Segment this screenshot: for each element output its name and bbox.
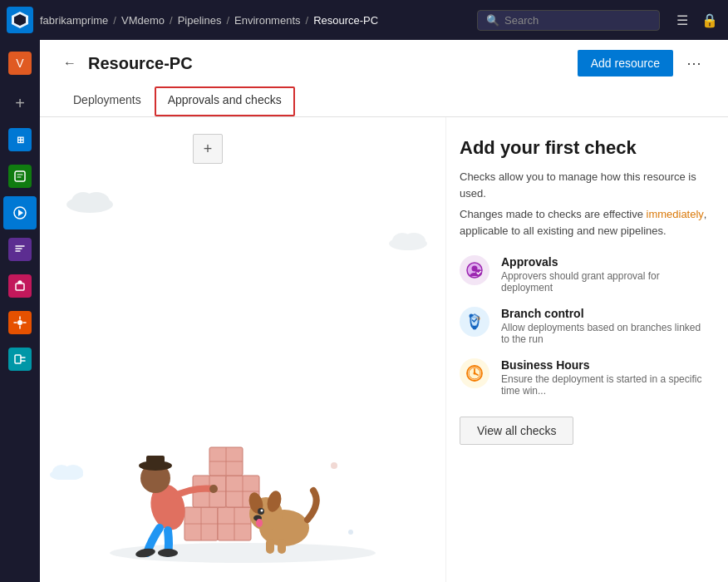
svg-rect-47 [278, 539, 286, 554]
check-item-hours-text: Business Hours Ensure the deployment is … [501, 358, 708, 397]
check-item-approvals[interactable]: Approvals Approvers should grant approva… [460, 255, 708, 293]
sidebar-item-artifacts[interactable] [3, 269, 37, 303]
svg-rect-5 [15, 355, 21, 363]
cloud-decoration-2 [387, 225, 429, 253]
approvals-icon [460, 255, 489, 285]
topbar-icons: ☰ 🔒 [673, 9, 721, 32]
svg-point-37 [158, 549, 178, 557]
hours-name: Business Hours [501, 358, 708, 372]
branch-name: Branch control [501, 307, 708, 320]
branch-desc: Allow deployments based on branches link… [501, 322, 708, 345]
svg-rect-3 [16, 284, 24, 290]
app-logo[interactable] [7, 7, 33, 33]
sidebar-item-extensions[interactable] [3, 306, 37, 339]
page-title-left: ← Resource-PC [60, 52, 193, 74]
add-check-title: Add your first check [460, 137, 708, 159]
svg-point-48 [331, 462, 337, 469]
repos-icon [8, 165, 32, 188]
sidebar-item-settings[interactable] [3, 343, 37, 376]
check-item-branch-text: Branch control Allow deployments based o… [501, 307, 708, 345]
sidebar-item-testplans[interactable] [3, 233, 37, 266]
sidebar-item-repos[interactable] [3, 160, 37, 193]
settings-icon [8, 348, 32, 371]
breadcrumb-pipelines[interactable]: Pipelines [178, 14, 222, 27]
check-item-hours[interactable]: Business Hours Ensure the deployment is … [460, 358, 708, 397]
tab-approvals-checks[interactable]: Approvals and checks [155, 86, 295, 116]
add-icon: + [15, 94, 25, 113]
svg-point-4 [17, 320, 22, 325]
approvals-name: Approvals [501, 255, 708, 269]
view-all-checks-button[interactable]: View all checks [460, 417, 573, 445]
svg-point-11 [402, 233, 425, 249]
check-item-approvals-text: Approvals Approvers should grant approva… [501, 255, 708, 293]
testplans-icon [8, 238, 32, 261]
settings-icon[interactable]: 🔒 [698, 9, 721, 32]
cloud-decoration-3 [48, 458, 86, 482]
svg-rect-46 [266, 539, 274, 554]
back-button[interactable]: ← [60, 52, 80, 74]
extensions-icon [8, 311, 32, 334]
add-resource-button[interactable]: Add resource [578, 50, 673, 76]
pipelines-icon [8, 201, 32, 224]
hours-icon [460, 358, 489, 388]
add-check-button[interactable]: + [193, 134, 223, 164]
illustration-area: + [40, 117, 445, 582]
topbar: fabrikamprime / VMdemo / Pipelines / Env… [0, 0, 728, 40]
highlight-immediately: immediately [647, 208, 704, 220]
tab-deployments[interactable]: Deployments [60, 86, 155, 116]
right-panel: Add your first check Checks allow you to… [445, 117, 728, 582]
svg-point-45 [256, 519, 263, 527]
page-body: + [40, 117, 728, 582]
sidebar-item-pipelines[interactable] [3, 196, 37, 229]
tabs: Deployments Approvals and checks [60, 86, 708, 116]
sidebar-avatar[interactable]: V [3, 47, 37, 80]
page-header: ← Resource-PC Add resource ⋯ Deployments… [40, 40, 728, 117]
boards-icon: ⊞ [8, 128, 32, 151]
more-options-button[interactable]: ⋯ [680, 51, 708, 76]
approvals-desc: Approvers should grant approval for depl… [501, 270, 708, 293]
sidebar: V + ⊞ [0, 40, 40, 582]
avatar: V [8, 52, 32, 75]
branch-icon [460, 307, 489, 337]
svg-point-8 [83, 192, 110, 212]
page-title: Resource-PC [88, 54, 193, 73]
hours-desc: Ensure the deployment is started in a sp… [501, 373, 708, 397]
breadcrumb-org[interactable]: fabrikamprime [40, 14, 108, 27]
search-input[interactable] [504, 14, 651, 27]
search-bar[interactable]: 🔍 [477, 10, 660, 31]
artifacts-icon [8, 274, 32, 298]
breadcrumb: fabrikamprime / VMdemo / Pipelines / Env… [40, 14, 378, 27]
svg-point-61 [474, 372, 476, 375]
content-area: ← Resource-PC Add resource ⋯ Deployments… [40, 40, 728, 582]
svg-marker-2 [18, 210, 23, 216]
svg-point-35 [209, 485, 218, 493]
page-actions: Add resource ⋯ [578, 50, 708, 76]
check-items-list: Approvals Approvers should grant approva… [460, 255, 708, 397]
svg-point-14 [63, 465, 83, 480]
main-layout: V + ⊞ [0, 40, 728, 582]
page-title-row: ← Resource-PC Add resource ⋯ [60, 50, 708, 76]
breadcrumb-environments[interactable]: Environments [234, 14, 300, 27]
breadcrumb-resource: Resource-PC [313, 14, 378, 27]
notifications-icon[interactable]: ☰ [673, 9, 691, 32]
svg-rect-34 [146, 456, 165, 467]
cloud-decoration-1 [65, 184, 115, 215]
main-illustration [85, 382, 401, 565]
search-icon: 🔍 [486, 14, 499, 27]
check-desc-2: Changes made to checks are effective imm… [460, 206, 708, 239]
sidebar-item-add[interactable]: + [3, 86, 37, 120]
check-item-branch[interactable]: Branch control Allow deployments based o… [460, 307, 708, 345]
sidebar-item-boards[interactable]: ⊞ [3, 123, 37, 156]
svg-point-50 [348, 530, 353, 535]
svg-point-43 [261, 510, 263, 512]
check-desc-1: Checks allow you to manage how this reso… [460, 169, 708, 201]
svg-rect-0 [15, 171, 25, 181]
breadcrumb-project[interactable]: VMdemo [121, 14, 165, 27]
